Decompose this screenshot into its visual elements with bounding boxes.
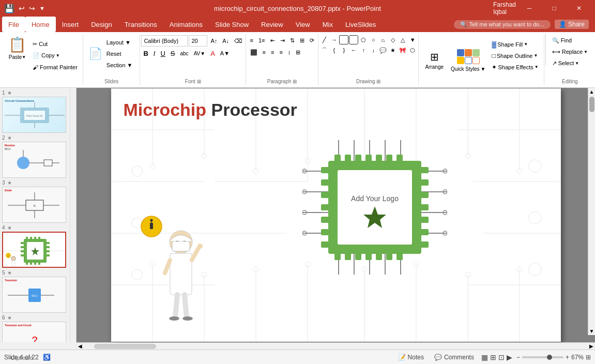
shape-rounded-btn[interactable] [349,35,358,44]
shape-extra-btn[interactable]: ⬡ [408,46,417,55]
notes-button[interactable]: 📝 Notes [395,353,427,362]
cut-button[interactable]: ✂ Cut [30,39,80,50]
horizontal-scrollbar[interactable]: ◀ ▶ [77,342,595,350]
increase-indent-button[interactable]: ⇥ [278,35,287,46]
number-list-button[interactable]: 1≡ [256,35,267,46]
copy-button[interactable]: 📄 Copy ▼ [30,51,80,61]
shape-arrow-btn[interactable]: → [329,35,339,44]
bold-button[interactable]: B [141,48,150,58]
list-item[interactable]: 5 ★ Transistor MCU [0,268,76,313]
list-item[interactable]: 2 ★ Resistor MCU [0,133,76,178]
shape-star-btn[interactable]: ★ [388,46,398,55]
align-left-button[interactable]: ⬛ [248,47,260,57]
find-button[interactable]: 🔍 Find [550,35,590,46]
align-center-button[interactable]: ≡ [261,47,268,57]
slide-thumb-5[interactable]: Transistor MCU [2,277,66,313]
font-size-input[interactable] [189,35,207,47]
font-color-button[interactable]: A [208,48,217,58]
comments-button[interactable]: 💬 Comments [431,353,477,362]
menu-insert[interactable]: Insert [56,17,85,32]
undo-icon[interactable]: ↩ [19,4,25,12]
menu-transitions[interactable]: Transitions [118,17,163,32]
list-item[interactable]: 3 ★ Diode IC [0,178,76,223]
clear-format-button[interactable]: ⌫ [232,36,245,46]
increase-font-button[interactable]: A↑ [208,36,219,46]
slide-thumb-1[interactable]: Circuit Connections Park Score 81 [2,97,66,133]
underline-button[interactable]: U [158,48,167,58]
vertical-scrollbar[interactable]: ▲ ▼ [588,88,595,335]
shape-diamond-btn[interactable]: ◇ [388,35,398,44]
menu-mix[interactable]: Mix [316,17,339,32]
shape-ribbon-btn[interactable]: 🎀 [398,46,407,55]
shadow-button[interactable]: abc [178,48,191,58]
shape-fill-button[interactable]: ▓ Shape Fill ▼ [490,39,540,50]
list-item[interactable]: 6 ★ Transistor and Circuit ? [0,313,76,342]
align-right-button[interactable]: ≡ [269,47,276,57]
zoom-out-button[interactable]: − [516,354,520,361]
zoom-slider[interactable] [522,356,563,358]
justify-button[interactable]: ≡ [277,47,284,57]
new-slide-button[interactable]: 📄 Layout ▼ Reset Section ▼ [86,35,137,72]
para-more-button[interactable]: ⇅ [288,35,297,46]
decrease-indent-button[interactable]: ⇤ [268,35,277,46]
shape-bracket-btn[interactable]: { [329,46,339,55]
slide-thumb-6[interactable]: Transistor and Circuit ? [2,322,66,342]
reading-view-button[interactable]: ⊡ [498,353,505,361]
menu-slideshow[interactable]: Slide Show [209,17,255,32]
bullet-list-button[interactable]: ≡ [248,35,255,46]
shape-triangle-btn[interactable]: △ [398,35,407,44]
menu-review[interactable]: Review [255,17,289,32]
text-shadow-button[interactable]: A▼ [218,48,232,58]
slide-thumb-2[interactable]: Resistor MCU [2,142,66,178]
redo-icon[interactable]: ↪ [29,4,35,12]
menu-animations[interactable]: Animations [163,17,209,32]
menu-home[interactable]: Home [25,17,56,32]
italic-button[interactable]: I [151,48,158,58]
shape-rect-btn[interactable] [339,35,348,44]
smart-art-button[interactable]: ⊞ [294,47,302,57]
list-item[interactable]: 4 ★ [0,223,76,268]
slide-canvas[interactable]: Microchip Processor [111,88,561,342]
fit-slide-button[interactable]: ⊞ [586,354,591,361]
strikethrough-button[interactable]: S [169,48,177,58]
shape-curve-btn[interactable]: ⌒ [319,46,329,55]
more-shapes-btn[interactable]: ▼ [408,35,417,44]
shape-trapezoid-btn[interactable]: ⏢ [378,35,388,44]
save-icon[interactable]: 💾 [4,4,14,13]
zoom-in-button[interactable]: + [566,354,569,361]
arrange-button[interactable]: ⊞ Arrange [422,46,447,75]
reset-button[interactable]: Reset [104,49,135,59]
maximize-btn[interactable]: □ [542,0,566,17]
slide-thumb-3[interactable]: Diode IC [2,187,66,223]
shape-effects-button[interactable]: ✦ Shape Effects ▼ [490,62,540,72]
customize-icon[interactable]: ▼ [39,5,45,11]
line-spacing-button[interactable]: ↕ [286,47,293,57]
share-button[interactable]: 👤 Share [555,20,589,29]
menu-liveslides[interactable]: LiveSlides [339,17,382,32]
slideshow-button[interactable]: ▶ [507,353,512,361]
shape-outline-button[interactable]: □ Shape Outline ▼ [490,51,540,61]
shape-callout-btn[interactable]: 💬 [378,46,388,55]
replace-button[interactable]: ⟷ Replace ▼ [550,47,590,57]
normal-view-button[interactable]: ▦ [481,353,488,361]
shape-leftarrow-btn[interactable]: ← [349,46,358,55]
font-name-input[interactable] [141,35,188,47]
menu-file[interactable]: File [2,17,25,32]
tell-me-input[interactable]: 🔍 Tell me what you want to do... [454,20,551,29]
shape-circle-btn[interactable]: ○ [369,35,378,44]
slide-thumb-4[interactable]: i [2,232,66,268]
shape-line-btn[interactable]: ╱ [319,35,329,44]
select-button[interactable]: ↗ Select ▼ [550,58,590,68]
layout-button[interactable]: Layout ▼ [104,37,135,48]
menu-view[interactable]: View [289,17,316,32]
quick-styles-button[interactable]: Quick Styles ▼ [448,48,489,73]
slide-sorter-button[interactable]: ⊞ [490,353,496,361]
list-item[interactable]: 1 ★ Circuit Connections Park Score 81 [0,88,76,133]
text-direction-button[interactable]: ⟳ [308,35,316,46]
minimize-btn[interactable]: ─ [517,0,541,17]
columns-button[interactable]: ⊞ [298,35,307,46]
shape-pentagon-btn[interactable]: ⬠ [359,35,368,44]
decrease-font-button[interactable]: A↓ [220,36,231,46]
shape-down-btn[interactable]: ↓ [369,46,378,55]
shape-brace-btn[interactable]: } [339,46,348,55]
